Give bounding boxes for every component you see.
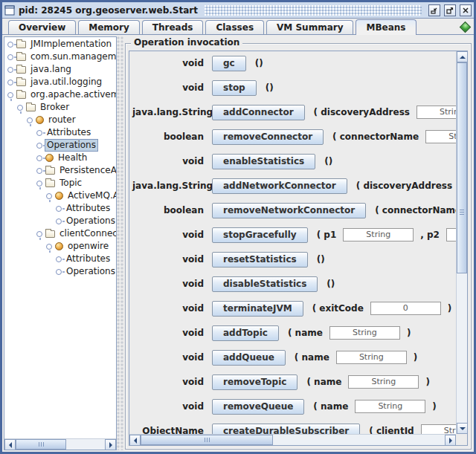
scrollbar-track[interactable] (16, 439, 105, 450)
tree-item-openwire[interactable]: openwire (4, 240, 116, 253)
enableStatistics-button[interactable]: enableStatistics (212, 154, 315, 169)
parameter-input[interactable]: String (343, 228, 414, 241)
tab-vm-summary[interactable]: VM Summary (266, 20, 353, 34)
tab-classes[interactable]: Classes (205, 20, 264, 34)
addQueue-button[interactable]: addQueue (212, 350, 286, 366)
removeQueue-button[interactable]: removeQueue (212, 399, 304, 415)
scroll-up-button[interactable] (457, 51, 468, 62)
tree-item-label: Operations (65, 266, 116, 277)
collapse-handle-icon[interactable] (26, 116, 35, 125)
tree-item-broker[interactable]: Broker (4, 101, 116, 114)
tree-item-label: JMImplementation (29, 39, 113, 50)
tree-item-operations[interactable]: Operations (4, 139, 116, 152)
collapse-handle-icon[interactable] (7, 91, 16, 100)
scroll-left-button[interactable] (129, 435, 141, 446)
vertical-scrollbar[interactable] (456, 51, 467, 434)
scroll-left-button[interactable] (4, 439, 16, 450)
split-pane-divider[interactable] (117, 36, 124, 450)
createDurableSubscriber-button[interactable]: createDurableSubscriber (212, 424, 360, 435)
parameter-input[interactable]: String (329, 326, 400, 340)
parameter-input[interactable]: String (425, 130, 456, 143)
expand-handle-icon[interactable] (55, 217, 64, 226)
stopGracefully-button[interactable]: stopGracefully (212, 227, 308, 243)
parameter-label: () (266, 82, 274, 93)
expand-handle-icon[interactable] (55, 204, 64, 213)
collapse-handle-icon[interactable] (36, 179, 45, 188)
tab-threads[interactable]: Threads (142, 20, 204, 34)
tree-horizontal-scrollbar[interactable] (4, 438, 116, 450)
title-bar[interactable]: pid: 28245 org.geoserver.web.Start (2, 2, 474, 19)
tab-overview[interactable]: Overview (8, 20, 76, 34)
parameter-label: () (255, 58, 263, 68)
parameter-input[interactable]: String (416, 106, 456, 119)
expand-handle-icon[interactable] (7, 65, 16, 74)
stop-button[interactable]: stop (212, 80, 257, 96)
scrollbar-thumb[interactable] (16, 439, 66, 450)
tree-item-activemq-advisory[interactable]: ActiveMQ.Advisory (4, 189, 116, 202)
scroll-down-button[interactable] (457, 423, 468, 434)
parameter-input[interactable]: String (446, 228, 456, 241)
removeConnector-button[interactable]: removeConnector (212, 129, 324, 145)
tree-item-java-lang[interactable]: java.lang (4, 63, 116, 76)
addTopic-button[interactable]: addTopic (212, 325, 279, 341)
collapse-handle-icon[interactable] (36, 230, 45, 239)
gc-button[interactable]: gc (212, 56, 246, 71)
parameter-input[interactable]: String (336, 351, 407, 364)
tree-item-java-util-logging[interactable]: java.util.logging (4, 76, 116, 88)
operation-row-removeQueue: voidremoveQueue( nameString) (132, 399, 456, 414)
parameter-input[interactable]: String (421, 424, 456, 434)
scrollbar-thumb[interactable] (457, 62, 467, 273)
iconify-button[interactable] (428, 4, 440, 16)
tree-item-attributes[interactable]: Attributes (4, 202, 116, 215)
expand-handle-icon[interactable] (55, 255, 64, 264)
addConnector-button[interactable]: addConnector (212, 105, 305, 120)
tree-item-persistenceadapter[interactable]: PersistenceAdapter (4, 164, 116, 177)
tree-item-health[interactable]: Health (4, 152, 116, 164)
close-button[interactable] (460, 4, 472, 16)
return-type-label: void (132, 279, 204, 289)
expand-handle-icon[interactable] (7, 53, 16, 62)
tree-item-com-sun-management[interactable]: com.sun.management (4, 51, 116, 63)
expand-handle-icon[interactable] (36, 129, 45, 137)
expand-handle-icon[interactable] (36, 154, 45, 163)
addNetworkConnector-button[interactable]: addNetworkConnector (212, 178, 347, 194)
tab-mbeans[interactable]: MBeans (356, 19, 416, 35)
up-arrow-icon (460, 53, 466, 59)
collapse-handle-icon[interactable] (45, 242, 54, 251)
tree-item-org-apache-activemq[interactable]: org.apache.activemq (4, 88, 116, 101)
scrollbar-track[interactable] (457, 62, 467, 423)
scrollbar-track[interactable] (141, 435, 445, 445)
tree-item-attributes[interactable]: Attributes (4, 253, 116, 265)
tree-item-attributes[interactable]: Attributes (4, 126, 116, 139)
expand-handle-icon[interactable] (36, 166, 45, 175)
expand-handle-icon[interactable] (7, 40, 16, 49)
parameter-input[interactable]: 0 (370, 302, 441, 315)
scrollbar-thumb[interactable] (141, 435, 273, 445)
tree-item-topic[interactable]: Topic (4, 177, 116, 189)
tree-item-operations[interactable]: Operations (4, 215, 116, 227)
horizontal-scrollbar[interactable] (129, 434, 456, 445)
tree-item-router[interactable]: router (4, 114, 116, 126)
scroll-right-button[interactable] (105, 439, 116, 450)
collapse-handle-icon[interactable] (45, 192, 54, 201)
mbean-icon (55, 192, 63, 200)
removeNetworkConnector-button[interactable]: removeNetworkConnector (212, 203, 366, 218)
tree-item-operations[interactable]: Operations (4, 265, 116, 278)
disableStatistics-button[interactable]: disableStatistics (212, 276, 318, 292)
titlebar-texture (205, 5, 422, 16)
parameter-input[interactable]: String (355, 400, 425, 413)
tree-item-clientconnectors[interactable]: clientConnectors (4, 227, 116, 240)
tab-memory[interactable]: Memory (78, 20, 140, 34)
parameter-input[interactable]: String (348, 375, 419, 389)
collapse-handle-icon[interactable] (16, 103, 25, 112)
terminateJVM-button[interactable]: terminateJVM (212, 301, 303, 317)
tree-item-jmimplementation[interactable]: JMImplementation (4, 38, 116, 51)
operation-row-addConnector: java.lang.StringaddConnector( discoveryA… (132, 105, 456, 120)
expand-handle-icon[interactable] (55, 267, 64, 276)
expand-handle-icon[interactable] (7, 78, 16, 87)
resetStatistics-button[interactable]: resetStatistics (212, 252, 308, 267)
expand-handle-icon[interactable] (36, 141, 45, 150)
maximize-button[interactable] (444, 4, 456, 16)
scroll-right-button[interactable] (445, 435, 456, 446)
removeTopic-button[interactable]: removeTopic (212, 374, 298, 390)
